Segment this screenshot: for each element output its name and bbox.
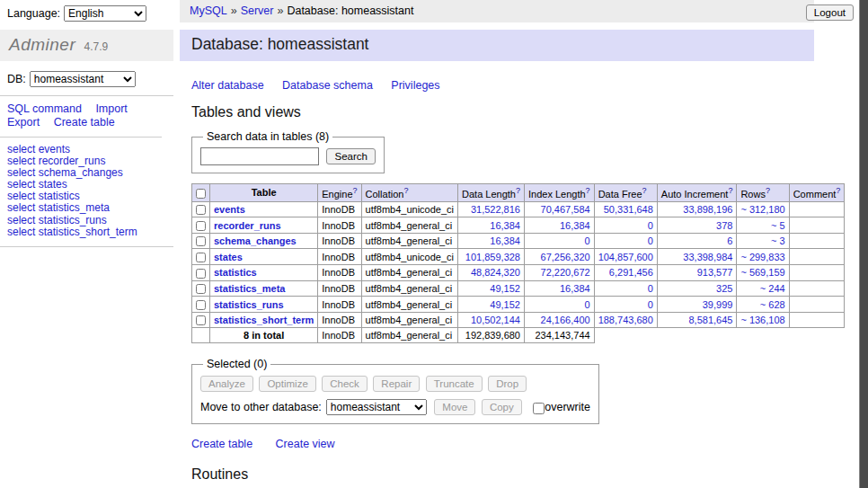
row-select-checkbox[interactable]	[196, 284, 206, 294]
index-length-link[interactable]: 0	[585, 235, 590, 246]
row-select-checkbox[interactable]	[196, 221, 206, 231]
row-select-checkbox[interactable]	[196, 300, 206, 310]
create-view-link[interactable]: Create view	[276, 438, 335, 450]
alter-database-link[interactable]: Alter database	[191, 79, 264, 92]
auto-increment-link[interactable]: 325	[716, 283, 732, 294]
select-all-checkbox[interactable]	[196, 189, 206, 199]
move-button[interactable]: Move	[434, 399, 475, 415]
index-length-link[interactable]: 24,166,400	[541, 315, 590, 325]
table-name-link[interactable]: statistics	[214, 267, 257, 278]
table-name-link[interactable]: statistics_short_term	[214, 315, 314, 325]
data-length-link[interactable]: 10,502,144	[471, 315, 520, 325]
row-select-checkbox[interactable]	[196, 205, 206, 215]
sidebar-item-select-events[interactable]: select events	[7, 143, 70, 155]
sidebar-item-select-statistics-runs[interactable]: select statistics_runs	[7, 214, 107, 226]
sidebar-item-select-schema-changes[interactable]: select schema_changes	[7, 166, 123, 179]
auto-increment-link[interactable]: 33,898,196	[683, 204, 732, 215]
sidebar-link-export[interactable]: Export	[7, 116, 40, 129]
adminer-brand-link[interactable]: Adminer	[9, 35, 75, 54]
data-free-help-link[interactable]: ?	[642, 186, 647, 195]
rows-count-link[interactable]: ~ 312,180	[740, 204, 784, 215]
rows-count-link[interactable]: ~ 136,108	[740, 315, 784, 325]
data-length-link[interactable]: 49,152	[490, 283, 520, 294]
privileges-link[interactable]: Privileges	[391, 79, 439, 92]
sidebar-link-import[interactable]: Import	[95, 102, 127, 116]
auto-increment-link[interactable]: 39,999	[703, 299, 733, 310]
breadcrumb-server-link[interactable]: Server	[241, 4, 274, 17]
auto-increment-link[interactable]: 33,398,984	[683, 252, 732, 262]
rows-count-link[interactable]: ~ 299,833	[740, 252, 784, 262]
sidebar-item-select-statistics-meta[interactable]: select statistics_meta	[7, 201, 110, 214]
data-length-link[interactable]: 31,522,816	[471, 204, 520, 215]
sidebar-item-select-recorder-runs[interactable]: select recorder_runs	[7, 155, 105, 167]
optimize-button[interactable]: Optimize	[259, 376, 315, 392]
auto-increment-help-link[interactable]: ?	[728, 186, 732, 195]
search-button[interactable]: Search	[326, 148, 375, 164]
sidebar-item-select-statistics-short-term[interactable]: select statistics_short_term	[7, 226, 137, 238]
sidebar-link-sql-command[interactable]: SQL command	[7, 102, 82, 116]
drop-button[interactable]: Drop	[488, 376, 527, 392]
index-length-link[interactable]: 0	[585, 299, 590, 310]
copy-button[interactable]: Copy	[482, 399, 522, 415]
data-length-link[interactable]: 49,152	[490, 299, 520, 310]
table-name-link[interactable]: statistics_meta	[214, 283, 286, 294]
logout-button[interactable]: Logout	[806, 4, 854, 21]
data-length-help-link[interactable]: ?	[516, 186, 520, 195]
data-length-link[interactable]: 101,859,328	[465, 252, 520, 262]
index-length-link[interactable]: 67,256,320	[541, 252, 590, 262]
index-length-link[interactable]: 72,220,672	[541, 267, 590, 278]
comment-help-link[interactable]: ?	[836, 186, 840, 195]
data-free-link[interactable]: 50,331,648	[604, 204, 653, 215]
vertical-scrollbar[interactable]	[859, 0, 868, 488]
auto-increment-link[interactable]: 6	[727, 235, 732, 246]
index-length-link[interactable]: 70,467,584	[541, 204, 590, 215]
row-select-checkbox[interactable]	[196, 236, 206, 246]
db-select[interactable]: homeassistant	[30, 71, 136, 87]
auto-increment-link[interactable]: 913,577	[697, 267, 733, 278]
search-input[interactable]	[200, 147, 319, 165]
data-free-link[interactable]: 6,291,456	[609, 267, 653, 278]
table-name-link[interactable]: events	[214, 204, 245, 215]
table-name-link[interactable]: states	[214, 252, 243, 262]
index-length-link[interactable]: 16,384	[560, 220, 590, 231]
data-free-link[interactable]: 0	[648, 220, 653, 231]
data-length-link[interactable]: 48,824,320	[471, 267, 520, 278]
data-length-link[interactable]: 16,384	[490, 235, 520, 246]
overwrite-checkbox[interactable]	[533, 403, 545, 414]
rows-count-link[interactable]: ~ 5	[771, 220, 785, 231]
row-select-checkbox[interactable]	[196, 253, 206, 262]
table-name-link[interactable]: statistics_runs	[214, 299, 284, 310]
data-free-link[interactable]: 0	[648, 283, 653, 294]
check-button[interactable]: Check	[322, 376, 368, 392]
data-free-link[interactable]: 0	[648, 235, 653, 246]
database-schema-link[interactable]: Database schema	[282, 79, 373, 92]
data-length-link[interactable]: 16,384	[490, 220, 520, 231]
rows-count-link[interactable]: ~ 3	[771, 235, 785, 246]
language-select[interactable]: English	[64, 5, 146, 22]
move-database-select[interactable]: homeassistant	[326, 399, 427, 415]
row-select-checkbox[interactable]	[196, 315, 206, 325]
rows-help-link[interactable]: ?	[766, 186, 770, 195]
collation-help-link[interactable]: ?	[403, 186, 408, 195]
rows-count-link[interactable]: ~ 569,159	[740, 267, 784, 278]
sidebar-link-create-table[interactable]: Create table	[54, 116, 115, 129]
auto-increment-link[interactable]: 378	[716, 220, 732, 231]
repair-button[interactable]: Repair	[373, 376, 420, 392]
rows-count-link[interactable]: ~ 244	[760, 283, 785, 294]
create-table-link[interactable]: Create table	[191, 438, 252, 450]
rows-count-link[interactable]: ~ 628	[760, 299, 785, 310]
table-name-link[interactable]: schema_changes	[214, 235, 297, 246]
sidebar-item-select-states[interactable]: select states	[7, 178, 67, 191]
index-length-help-link[interactable]: ?	[586, 186, 590, 195]
row-select-checkbox[interactable]	[196, 269, 206, 279]
data-free-link[interactable]: 0	[648, 299, 653, 310]
analyze-button[interactable]: Analyze	[200, 376, 253, 392]
auto-increment-link[interactable]: 8,581,645	[688, 315, 732, 325]
truncate-button[interactable]: Truncate	[426, 376, 483, 392]
table-name-link[interactable]: recorder_runs	[214, 220, 281, 231]
data-free-link[interactable]: 104,857,600	[598, 252, 653, 262]
sidebar-item-select-statistics[interactable]: select statistics	[7, 190, 80, 202]
index-length-link[interactable]: 16,384	[560, 283, 590, 294]
breadcrumb-driver-link[interactable]: MySQL	[190, 4, 227, 17]
data-free-link[interactable]: 188,743,680	[598, 315, 653, 325]
